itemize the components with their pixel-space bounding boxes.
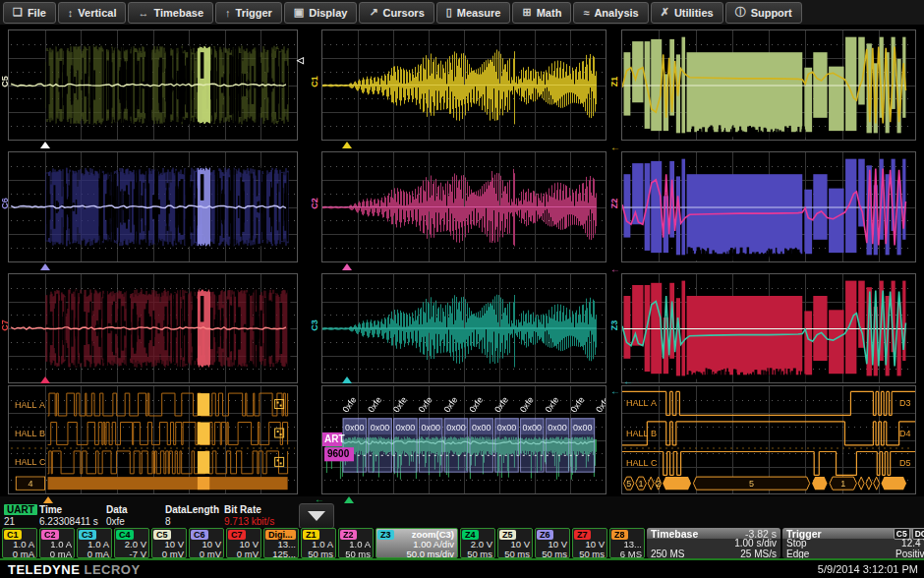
uart-col-datalength: DataLength	[165, 504, 219, 515]
timebase-descriptor[interactable]: Timebase -3.82 s 1.00 s/div 250 MS 25 MS…	[647, 528, 780, 558]
descriptor-c6[interactable]: C610 V0 mV	[189, 528, 224, 558]
measure-icon: ▯	[446, 6, 452, 19]
timebase-scale: 1.00 s/div	[734, 539, 777, 549]
desc-line3: 50.0 ms/div	[406, 549, 454, 559]
zoom-pos-marker-z1[interactable]: ←	[610, 143, 620, 152]
descriptor-z8[interactable]: Z813...6 MS	[609, 528, 645, 558]
descriptor-c7[interactable]: C710 V0 mV	[226, 528, 261, 558]
trigger-marker-uart[interactable]	[344, 496, 354, 503]
desc-line2: 50 ms	[579, 549, 605, 559]
grid-pane-c5[interactable]	[8, 29, 298, 141]
zoom-pos-marker-z2[interactable]: ←	[610, 264, 620, 274]
table-collapse-button[interactable]	[299, 503, 334, 529]
grid-pane-c1[interactable]	[321, 29, 606, 141]
axis-label-z2: Z2	[609, 196, 619, 211]
menu-display[interactable]: ▣Display	[284, 2, 358, 24]
menu-cursors[interactable]: ↗Cursors	[359, 2, 433, 24]
desc-line2: 50 ms	[308, 549, 333, 559]
uart-result-strip: ← UART Time Data DataLength Bit Rate 21 …	[0, 496, 924, 528]
table-link-marker-orange	[43, 496, 53, 503]
cursors-icon: ↗	[369, 6, 377, 19]
timebase-samples: 250 MS	[651, 549, 684, 559]
trigger-mode: Stop	[786, 539, 807, 549]
trigger-marker-c3[interactable]	[342, 376, 352, 383]
menu-utilities[interactable]: ✗Utilities	[651, 2, 723, 24]
descriptor-z7[interactable]: Z710 V50 ms	[572, 528, 607, 558]
menu-trigger[interactable]: ↑Trigger	[215, 2, 282, 24]
menu-math[interactable]: ⊞Math	[512, 2, 571, 24]
axis-label-c2: C2	[310, 196, 319, 211]
uart-row-index: 21	[4, 516, 15, 527]
grid-pane-hall[interactable]	[8, 385, 298, 494]
axis-label-z3: Z3	[609, 318, 619, 333]
axis-label-c6: C6	[0, 196, 10, 211]
desc-line2: 50 ms	[542, 549, 567, 559]
trigger-icon: ↑	[225, 7, 231, 19]
grid-pane-c7[interactable]	[8, 273, 298, 383]
trigger-level-marker[interactable]: ◁	[297, 55, 304, 65]
menu-label: Timebase	[153, 7, 203, 19]
descriptor-c3[interactable]: C31.0 A0 mA	[77, 528, 112, 558]
menu-label: Analysis	[594, 7, 638, 19]
desc-line2: 0 mV	[200, 549, 221, 559]
support-icon: ⓘ	[735, 5, 746, 20]
grid-pane-z2[interactable]	[621, 151, 916, 262]
menu-file[interactable]: ❏File	[3, 2, 56, 24]
trigger-marker-c6[interactable]	[40, 263, 50, 270]
descriptor-c4[interactable]: C42.0 V-7 V	[114, 528, 149, 558]
descriptor-c5[interactable]: C510 V0 mV	[151, 528, 187, 558]
menu-analysis[interactable]: ≈Analysis	[573, 2, 648, 24]
desc-line2: 0 mA	[87, 549, 109, 559]
trigger-marker-c1[interactable]	[342, 142, 352, 148]
menu-vertical[interactable]: ↕Vertical	[58, 2, 127, 24]
desc-line2: -7 V	[130, 549, 146, 559]
descriptor-digi[interactable]: Digi...13...125...	[263, 528, 299, 558]
uart-col-time: Time	[39, 504, 62, 515]
grid-pane-c2[interactable]	[321, 151, 606, 262]
descriptor-z6[interactable]: Z610 V50 ms	[535, 528, 570, 558]
grid-pane-z3[interactable]	[621, 273, 916, 383]
descriptor-c2[interactable]: C21.0 A0 mA	[39, 528, 75, 558]
trigger-marker-c5[interactable]	[40, 142, 50, 148]
descriptor-c1[interactable]: C11.0 A0 mA	[2, 528, 37, 558]
menu-timebase[interactable]: ↔Timebase	[128, 2, 213, 24]
menu-measure[interactable]: ▯Measure	[436, 2, 511, 24]
menu-label: Support	[751, 7, 792, 19]
menu-label: Cursors	[383, 7, 425, 19]
menu-label: Display	[309, 7, 347, 19]
desc-line2: 125...	[272, 549, 296, 559]
menu-label: File	[28, 7, 46, 19]
desc-line2: 0 mV	[162, 549, 184, 559]
trigger-slope: Positive	[895, 549, 924, 559]
desc-line2: 0 mA	[13, 549, 34, 559]
axis-label-z1: Z1	[609, 74, 619, 89]
grid-pane-hall-zoom[interactable]	[621, 385, 916, 494]
menu-support[interactable]: ⓘSupport	[725, 2, 802, 24]
channel-chip: Z3	[377, 530, 394, 540]
axis-label-c1: C1	[310, 74, 319, 89]
uart-col-bitrate: Bit Rate	[224, 504, 261, 515]
zoom-pos-marker-hall[interactable]: ←	[623, 376, 633, 386]
menu-label: Utilities	[674, 7, 714, 19]
status-bar: TELEDYNE LECROY 5/9/2014 3:12:01 PM	[0, 560, 924, 578]
descriptor-z5[interactable]: Z510 V50 ms	[497, 528, 533, 558]
grid-pane-c3[interactable]	[321, 273, 606, 383]
descriptor-z3[interactable]: Z3zoom(C3)1.00 A/div50.0 ms/div	[375, 528, 458, 558]
zoom-pos-marker-z3[interactable]: ←	[610, 386, 620, 396]
descriptor-z2[interactable]: Z21.0 A50 ms	[338, 528, 374, 558]
desc-line2: 50 ms	[345, 549, 371, 559]
trigger-marker-hall[interactable]	[40, 376, 50, 383]
trigger-marker-c2[interactable]	[342, 263, 352, 270]
grid-pane-c6[interactable]	[8, 151, 298, 262]
menu-bar: ❏File↕Vertical↔Timebase↑Trigger▣Display↗…	[0, 0, 924, 26]
grid-pane-z1[interactable]	[621, 29, 916, 141]
oscilloscope-screen: ❏File↕Vertical↔Timebase↑Trigger▣Display↗…	[0, 0, 924, 578]
trigger-descriptor[interactable]: Trigger C5 DC Stop 12.4 V Edge Positive	[782, 528, 924, 558]
grid-pane-uart-decode[interactable]	[321, 385, 606, 494]
descriptor-bar: C11.0 A0 mAC21.0 A0 mAC31.0 A0 mAC42.0 V…	[0, 528, 924, 560]
descriptor-z1[interactable]: Z11.0 A50 ms	[301, 528, 336, 558]
menu-label: Trigger	[236, 7, 272, 19]
axis-label-c5: C5	[0, 74, 10, 89]
descriptor-z4[interactable]: Z42.0 V50 ms	[460, 528, 495, 558]
uart-row-length: 8	[165, 516, 171, 527]
